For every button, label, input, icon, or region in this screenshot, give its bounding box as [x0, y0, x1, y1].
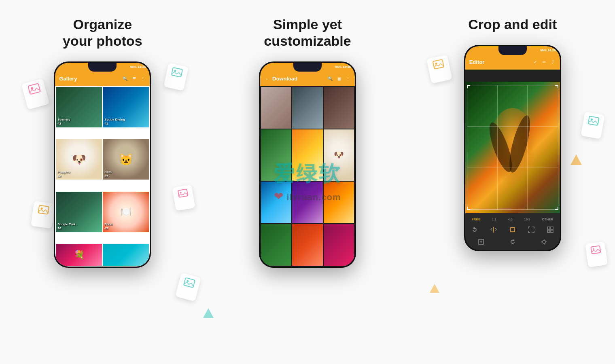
crop-corner-br[interactable] — [555, 207, 558, 210]
search-icon-2: 🔍 — [327, 76, 333, 82]
dl-rocks[interactable] — [324, 87, 354, 129]
panel-organize: Organize your photos 96% 14:38 Gallery 🔍… — [0, 0, 205, 364]
gallery-item-cats[interactable]: 🐱 Cats27 — [103, 139, 149, 180]
check-icon[interactable]: ✓ — [532, 59, 538, 65]
gallery-item-food[interactable]: 🍽️ Food47 — [103, 192, 149, 232]
phone-2-screen: 96% 14:38 ← Download 🔍 ▦ ⋮ — [260, 63, 355, 267]
svg-rect-20 — [511, 228, 515, 232]
phone-2-statusbar: 96% 14:38 — [260, 63, 355, 72]
flip-btn[interactable] — [489, 225, 498, 235]
share-icon[interactable]: ⤴ — [550, 59, 556, 65]
grid-line-h1 — [467, 126, 558, 127]
phone-1-appbar: Gallery 🔍 ☰ ⋮ — [55, 72, 150, 86]
phone-3-screen: 99% 14:29 Editor ✓ ✏ ⤴ — [465, 46, 560, 250]
more-icon: ⋮ — [140, 76, 146, 82]
editor-top-area — [465, 70, 560, 82]
panel-crop: Crop and edit 99% 14:29 Editor ✓ ✏ ⤴ — [410, 0, 615, 364]
tools-row-1 — [465, 224, 560, 236]
svg-rect-23 — [547, 230, 550, 233]
gallery-item-puppies[interactable]: 🐶 Puppies30 — [56, 139, 102, 180]
appbar-title-1: Gallery — [59, 76, 122, 82]
crop-corner-tr[interactable] — [555, 85, 558, 88]
ratio-bar: FREE 1:1 4:3 16:9 OTHER — [465, 215, 560, 224]
dl-sport[interactable] — [292, 224, 322, 266]
panel-2-title-line1: Simple yet — [273, 17, 342, 32]
ratio-other[interactable]: OTHER — [540, 217, 555, 222]
gallery-item-water[interactable] — [103, 244, 149, 266]
dl-stand[interactable] — [292, 87, 322, 129]
dl-green2[interactable] — [261, 224, 291, 266]
phone-2-appbar-icons: 🔍 ▦ ⋮ — [327, 76, 351, 82]
gallery-grid: Scenery42 Scuba Diving41 🐶 Puppies30 🐱 C… — [55, 86, 150, 267]
expand-btn[interactable] — [526, 225, 536, 235]
dl-bird[interactable] — [324, 182, 354, 223]
more-icon-2: ⋮ — [345, 76, 351, 82]
view-icon: ▦ — [336, 76, 342, 82]
tools-row-2 — [465, 236, 560, 248]
dl-green[interactable] — [261, 129, 291, 181]
svg-point-28 — [543, 240, 546, 243]
gallery-item-scenery[interactable]: Scenery42 — [56, 87, 102, 127]
editor-image-area — [465, 82, 560, 213]
gallery-item-jungle[interactable]: Jungle Trek30 — [56, 192, 102, 232]
phone-2-appbar: ← Download 🔍 ▦ ⋮ — [260, 72, 355, 86]
svg-rect-21 — [547, 227, 550, 229]
adjust-btn[interactable] — [539, 237, 549, 247]
crop-corner-tl[interactable] — [467, 85, 470, 88]
add-frame-btn[interactable] — [476, 237, 486, 247]
crop-btn[interactable] — [508, 225, 517, 235]
svg-rect-22 — [551, 227, 553, 229]
ratio-4-3[interactable]: 4:3 — [507, 217, 514, 222]
crop-corner-bl[interactable] — [467, 207, 470, 210]
panel-2-title-line2: customizable — [264, 33, 351, 49]
panel-1-title: Organize your photos — [63, 16, 142, 49]
grid-line-h2 — [467, 167, 558, 167]
svg-rect-24 — [551, 230, 553, 233]
editor-toolbar: FREE 1:1 4:3 16:9 OTHER — [465, 213, 560, 250]
dl-flower2[interactable] — [324, 224, 354, 266]
rotate-left-btn[interactable] — [470, 225, 479, 235]
panel-1-title-line2: your photos — [63, 33, 142, 49]
panel-3-title-line1: Crop and edit — [468, 17, 557, 32]
phone-3-appbar: Editor ✓ ✏ ⤴ — [465, 55, 560, 70]
ratio-1-1[interactable]: 1:1 — [490, 217, 498, 222]
dl-puppy2[interactable]: 🐶 — [324, 129, 354, 181]
dl-travel[interactable] — [292, 129, 322, 181]
panel-1-title-line1: Organize — [73, 17, 132, 32]
phone-1-statusbar: 96% 14:38 — [55, 63, 150, 72]
dl-cat[interactable] — [261, 87, 291, 129]
phone-1-appbar-icons: 🔍 ☰ ⋮ — [122, 76, 146, 82]
phone-1-screen: 96% 14:38 Gallery 🔍 ☰ ⋮ Scenery42 — [55, 63, 150, 267]
appbar-title-3: Editor — [469, 59, 532, 65]
download-grid: 🐶 — [260, 86, 355, 267]
dl-moto[interactable] — [292, 182, 322, 223]
panel-2-title: Simple yet customizable — [264, 16, 351, 49]
phone-3-statusbar: 99% 14:29 — [465, 46, 560, 55]
ratio-free[interactable]: FREE — [470, 217, 482, 222]
filter-icon: ☰ — [131, 76, 137, 82]
phone-2: 96% 14:38 ← Download 🔍 ▦ ⋮ — [259, 61, 356, 268]
rotate-right-btn[interactable] — [508, 237, 517, 247]
phone-1: 96% 14:38 Gallery 🔍 ☰ ⋮ Scenery42 — [54, 61, 151, 268]
gallery-item-scuba[interactable]: Scuba Diving41 — [103, 87, 149, 127]
gallery-item-flowers[interactable]: 💐 — [56, 244, 102, 266]
ratio-16-9[interactable]: 16:9 — [522, 217, 532, 222]
main-container: Organize your photos 96% 14:38 Gallery 🔍… — [0, 0, 615, 364]
crop-overlay[interactable] — [467, 85, 558, 210]
panel-customizable: Simple yet customizable 96% 14:38 ← Down… — [205, 0, 410, 364]
grid-line-v2 — [527, 85, 528, 210]
panel-3-title: Crop and edit — [468, 16, 557, 33]
back-icon: ← — [264, 76, 270, 82]
edit-icon[interactable]: ✏ — [541, 59, 547, 65]
grid-line-v1 — [497, 85, 498, 210]
grid-btn[interactable] — [545, 225, 555, 235]
appbar-title-2: Download — [272, 76, 327, 82]
dl-dive[interactable] — [261, 182, 291, 223]
search-icon: 🔍 — [122, 76, 128, 82]
phone-3: 99% 14:29 Editor ✓ ✏ ⤴ — [464, 45, 561, 251]
phone-3-appbar-icons: ✓ ✏ ⤴ — [532, 59, 556, 65]
